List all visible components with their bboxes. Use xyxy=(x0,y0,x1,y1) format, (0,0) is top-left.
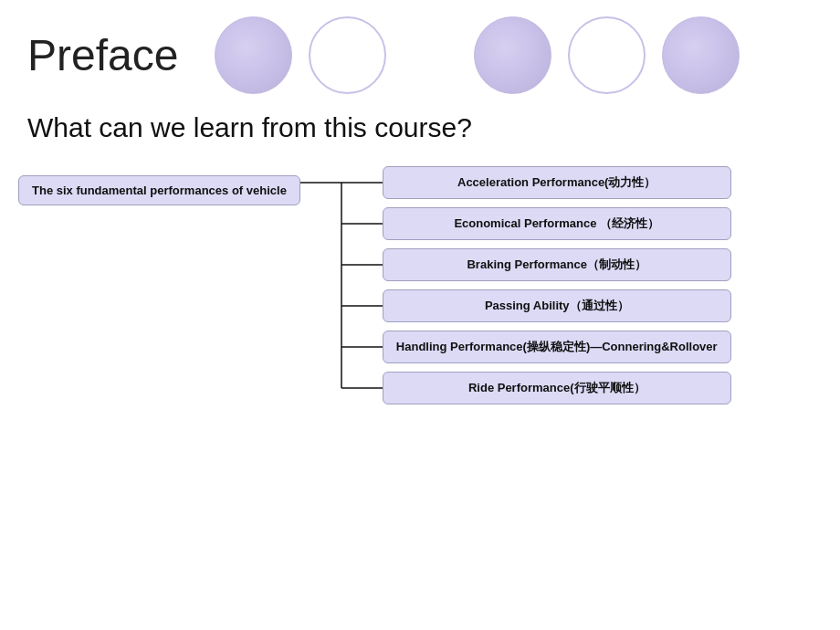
circle-4 xyxy=(568,16,646,94)
root-box: The six fundamental performances of vehi… xyxy=(18,175,300,205)
page-title: Preface xyxy=(27,30,178,80)
list-item: Braking Performance（制动性） xyxy=(383,248,731,281)
list-item: Economical Performance （经济性） xyxy=(383,207,731,240)
performance-list: Acceleration Performance(动力性） Economical… xyxy=(383,157,731,404)
list-item: Handling Performance(操纵稳定性)—Connering&Ro… xyxy=(383,331,731,363)
section-title: What can we learn from this course? xyxy=(0,103,840,157)
circle-1 xyxy=(215,16,292,94)
circle-5 xyxy=(662,16,740,94)
header: Preface xyxy=(0,0,840,103)
circle-2 xyxy=(309,16,386,94)
diagram: The six fundamental performances of vehi… xyxy=(0,157,840,489)
circle-3 xyxy=(474,16,551,94)
root-column: The six fundamental performances of vehi… xyxy=(18,157,300,205)
list-item: Ride Performance(行驶平顺性） xyxy=(383,372,731,404)
list-item: Acceleration Performance(动力性） xyxy=(383,166,731,199)
decorative-circles xyxy=(215,16,740,94)
list-item: Passing Ability（通过性） xyxy=(383,289,731,322)
connector-svg xyxy=(300,157,383,486)
